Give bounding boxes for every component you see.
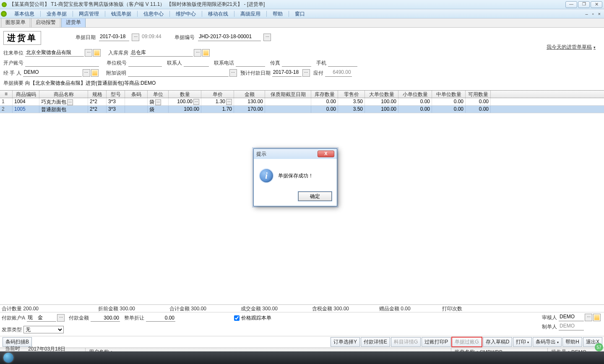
col-price[interactable]: 单价 xyxy=(201,91,234,98)
barcode-export-button[interactable]: 条码导出 xyxy=(533,337,562,347)
col-bigq[interactable]: 大单位数量 xyxy=(365,91,398,98)
pay-detail-button[interactable]: 付款详情E xyxy=(361,337,390,347)
order-select-button[interactable]: 订单选择Y xyxy=(331,337,360,347)
bank-field[interactable] xyxy=(25,59,99,67)
mdi-restore[interactable]: ▫ xyxy=(591,11,596,16)
doc-title: 进货单 xyxy=(3,31,41,45)
price-track-checkbox[interactable] xyxy=(234,315,240,321)
wh-field[interactable]: 总仓库 xyxy=(130,49,193,57)
dialog-titlebar[interactable]: 提示 X xyxy=(254,149,337,159)
menu-adv[interactable]: 高级应用 xyxy=(235,9,266,18)
maximize-button[interactable]: ❐ xyxy=(578,1,590,8)
tab-alarm[interactable]: 启动报警 xyxy=(31,17,60,27)
post-button[interactable]: 单据过账G xyxy=(452,337,482,347)
unit-picker-icon[interactable]: ⋯ xyxy=(155,99,161,105)
col-midq[interactable]: 中单位数量 xyxy=(432,91,466,98)
tab-purchase[interactable]: 进货单 xyxy=(61,17,86,27)
handler-info-icon[interactable] xyxy=(91,69,99,77)
col-model[interactable]: 型号 xyxy=(107,91,125,98)
price-track-label: 价格跟踪本单 xyxy=(241,315,271,322)
save-draft-button[interactable]: 存入草稿D xyxy=(483,337,513,347)
auditor-field[interactable]: DEMO xyxy=(559,314,584,321)
menu-help[interactable]: 帮助 xyxy=(268,9,288,18)
my-drafts-link[interactable]: 我今天的进货单草稿 xyxy=(547,44,596,51)
date-field[interactable]: 2017-03-18 xyxy=(99,34,129,41)
invtype-select[interactable]: 无 xyxy=(23,326,64,333)
handler-picker-button[interactable]: ⋯ xyxy=(83,69,90,77)
qty-picker-icon[interactable]: ⋯ xyxy=(193,99,199,105)
menu-maint[interactable]: 维护中心 xyxy=(171,9,201,18)
bottom-form: 付款账户A 现 金 ⋯ 付款金额 整单折让 价格跟踪本单 发票类型 无 审核人 … xyxy=(0,312,604,336)
col-expiry[interactable]: 保质期截至日期 xyxy=(265,91,311,98)
mdi-min[interactable]: – xyxy=(584,11,590,16)
due-label: 应付 xyxy=(313,70,323,77)
auditor-info-icon[interactable] xyxy=(593,314,601,321)
paydate-picker-button[interactable]: ⋯ xyxy=(302,69,310,77)
phone-field[interactable] xyxy=(236,59,265,67)
table-row[interactable]: 1 1004 巧克力面包⋯ 2*2 3*3 袋⋯ 100.00⋯ 1.30⋯ 1… xyxy=(0,98,604,106)
payamt-input[interactable] xyxy=(91,314,120,322)
start-button[interactable] xyxy=(0,351,17,364)
col-avail[interactable]: 可用数量 xyxy=(466,91,491,98)
total-deal: 成交金额 300.00 xyxy=(241,305,295,312)
col-qty[interactable]: 数量 xyxy=(169,91,201,98)
menu-mobile[interactable]: 移动在线 xyxy=(203,9,233,18)
rowhead-icon[interactable]: ≡ xyxy=(0,91,13,98)
menu-info[interactable]: 信息中心 xyxy=(138,9,169,18)
contact-field[interactable] xyxy=(184,59,209,67)
tab-graph-menu[interactable]: 图形菜单 xyxy=(1,17,30,27)
col-retail[interactable]: 零售价 xyxy=(338,91,365,98)
menu-shop[interactable]: 网店管理 xyxy=(74,9,104,18)
from-picker-button[interactable]: ⋯ xyxy=(85,49,92,57)
taxno-field[interactable] xyxy=(128,59,162,67)
docno-field[interactable]: JHD-2017-03-18-00001 xyxy=(198,34,261,41)
notification-badge[interactable]: 57 xyxy=(595,343,603,351)
payacct-picker-button[interactable]: ⋯ xyxy=(57,314,65,322)
col-stock[interactable]: 库存数量 xyxy=(311,91,338,98)
close-button[interactable]: ✕ xyxy=(591,1,602,8)
note-field[interactable] xyxy=(128,69,229,77)
col-amount[interactable]: 金额 xyxy=(234,91,265,98)
col-unit[interactable]: 单位 xyxy=(148,91,169,98)
grid-empty-area[interactable] xyxy=(0,113,604,304)
date-picker-button[interactable]: ⋯ xyxy=(132,34,139,41)
wh-home-icon[interactable] xyxy=(202,49,210,57)
dialog-ok-button[interactable]: 确定 xyxy=(298,192,332,201)
handler-field[interactable]: DEMO xyxy=(23,69,82,77)
payacct-field[interactable]: 现 金 xyxy=(27,314,56,322)
price-picker-icon[interactable]: ⋯ xyxy=(226,99,232,105)
taskbar[interactable] xyxy=(0,351,604,364)
disc-input[interactable] xyxy=(146,314,175,322)
paydate-field[interactable]: 2017-03-18 xyxy=(272,69,302,77)
col-name[interactable]: 商品名称 xyxy=(39,91,88,98)
docno-picker-button[interactable]: ⋯ xyxy=(263,34,271,41)
table-row[interactable]: 2 1005 普通甜面包 2*2 3*3 袋 100.00 1.70 170.0… xyxy=(0,106,604,113)
post-print-button[interactable]: 过账打印P xyxy=(422,337,451,347)
from-label: 往来单位 xyxy=(3,49,23,57)
menu-cash[interactable]: 钱流单据 xyxy=(106,9,136,18)
help-button[interactable]: 帮助H xyxy=(562,337,582,347)
dialog-close-button[interactable]: X xyxy=(318,151,334,157)
mobile-field[interactable] xyxy=(328,59,357,67)
menu-window[interactable]: 窗口 xyxy=(290,9,310,18)
window-titlebar: 【某某商贸公司】 T1-商贸宝批发零售网店版体验版（客户端 V 11.1） 【限… xyxy=(0,0,604,9)
wh-picker-button[interactable]: ⋯ xyxy=(194,49,201,57)
mdi-close[interactable]: × xyxy=(596,11,602,16)
menu-biz[interactable]: 业务单据 xyxy=(42,9,72,18)
col-spec[interactable]: 规格 xyxy=(88,91,107,98)
bank-label: 开户账号 xyxy=(3,60,23,67)
fax-field[interactable] xyxy=(282,59,311,67)
mobile-label: 手机 xyxy=(316,60,326,67)
menu-basic[interactable]: 基本信息 xyxy=(9,9,39,18)
print-button[interactable]: 打印 xyxy=(513,337,532,347)
col-barcode[interactable]: 条码 xyxy=(125,91,148,98)
name-picker-icon[interactable]: ⋯ xyxy=(67,99,73,105)
col-code[interactable]: 商品编码 xyxy=(13,91,39,98)
from-info-icon[interactable] xyxy=(93,49,101,57)
auditor-picker-button[interactable]: ⋯ xyxy=(585,314,592,321)
from-field[interactable]: 北京全聚德食品有限 xyxy=(25,49,84,57)
note-picker-button[interactable]: ⋯ xyxy=(229,69,237,77)
minimize-button[interactable]: — xyxy=(565,1,577,8)
app-icon xyxy=(2,2,7,7)
col-smallq[interactable]: 小单位数量 xyxy=(398,91,432,98)
